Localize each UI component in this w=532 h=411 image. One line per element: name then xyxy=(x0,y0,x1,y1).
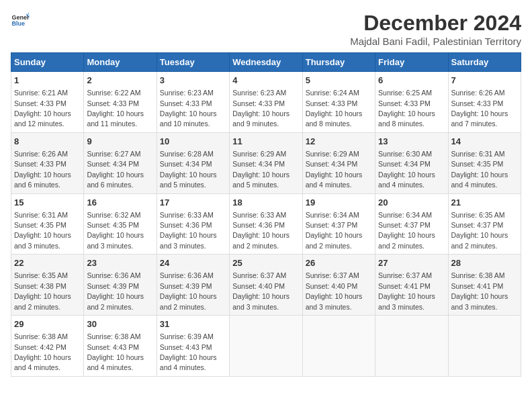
day-number: 18 xyxy=(232,197,299,209)
day-info: Sunrise: 6:35 AMSunset: 4:37 PMDaylight:… xyxy=(451,211,508,250)
calendar-week: 8Sunrise: 6:26 AMSunset: 4:33 PMDaylight… xyxy=(11,132,521,193)
day-info: Sunrise: 6:24 AMSunset: 4:33 PMDaylight:… xyxy=(306,89,363,128)
day-info: Sunrise: 6:34 AMSunset: 4:37 PMDaylight:… xyxy=(378,211,435,250)
calendar-cell: 21Sunrise: 6:35 AMSunset: 4:37 PMDayligh… xyxy=(448,193,521,255)
day-header: Thursday xyxy=(302,53,375,72)
calendar-cell: 31Sunrise: 6:39 AMSunset: 4:43 PMDayligh… xyxy=(157,316,229,377)
svg-text:Blue: Blue xyxy=(11,20,25,27)
calendar-cell: 20Sunrise: 6:34 AMSunset: 4:37 PMDayligh… xyxy=(375,193,448,255)
calendar-cell: 28Sunrise: 6:38 AMSunset: 4:41 PMDayligh… xyxy=(448,255,521,316)
day-number: 1 xyxy=(14,75,81,87)
logo-icon: General Blue xyxy=(11,11,30,30)
header: General Blue December 2024 Majdal Bani F… xyxy=(11,11,521,47)
day-number: 2 xyxy=(87,75,153,87)
day-number: 21 xyxy=(451,197,518,209)
day-info: Sunrise: 6:30 AMSunset: 4:34 PMDaylight:… xyxy=(378,150,435,189)
calendar-body: 1Sunrise: 6:21 AMSunset: 4:33 PMDaylight… xyxy=(11,72,521,377)
day-number: 31 xyxy=(160,318,226,330)
calendar-cell: 5Sunrise: 6:24 AMSunset: 4:33 PMDaylight… xyxy=(302,72,375,133)
calendar-cell: 9Sunrise: 6:27 AMSunset: 4:34 PMDaylight… xyxy=(84,132,157,193)
calendar-week: 22Sunrise: 6:35 AMSunset: 4:38 PMDayligh… xyxy=(11,255,521,316)
day-number: 6 xyxy=(378,75,445,87)
calendar-cell: 30Sunrise: 6:38 AMSunset: 4:43 PMDayligh… xyxy=(84,316,157,377)
calendar-cell: 15Sunrise: 6:31 AMSunset: 4:35 PMDayligh… xyxy=(11,193,84,255)
day-number: 4 xyxy=(232,75,299,87)
calendar-cell xyxy=(448,316,521,377)
calendar-cell: 12Sunrise: 6:29 AMSunset: 4:34 PMDayligh… xyxy=(302,132,375,193)
day-number: 14 xyxy=(451,136,518,148)
day-info: Sunrise: 6:37 AMSunset: 4:40 PMDaylight:… xyxy=(232,271,290,310)
calendar-cell: 18Sunrise: 6:33 AMSunset: 4:36 PMDayligh… xyxy=(230,193,302,255)
calendar-cell: 4Sunrise: 6:23 AMSunset: 4:33 PMDaylight… xyxy=(230,72,302,133)
calendar-table: SundayMondayTuesdayWednesdayThursdayFrid… xyxy=(11,52,521,377)
day-number: 20 xyxy=(378,197,445,209)
calendar-cell: 10Sunrise: 6:28 AMSunset: 4:34 PMDayligh… xyxy=(157,132,229,193)
day-info: Sunrise: 6:22 AMSunset: 4:33 PMDaylight:… xyxy=(87,89,144,128)
calendar-cell: 3Sunrise: 6:23 AMSunset: 4:33 PMDaylight… xyxy=(157,72,229,133)
day-number: 22 xyxy=(14,257,81,269)
calendar-cell: 29Sunrise: 6:38 AMSunset: 4:42 PMDayligh… xyxy=(11,316,84,377)
calendar-cell: 24Sunrise: 6:36 AMSunset: 4:39 PMDayligh… xyxy=(157,255,229,316)
calendar-cell: 27Sunrise: 6:37 AMSunset: 4:41 PMDayligh… xyxy=(375,255,448,316)
day-number: 17 xyxy=(160,197,226,209)
calendar-cell: 6Sunrise: 6:25 AMSunset: 4:33 PMDaylight… xyxy=(375,72,448,133)
header-row: SundayMondayTuesdayWednesdayThursdayFrid… xyxy=(11,53,521,72)
day-number: 15 xyxy=(14,197,81,209)
calendar-cell: 7Sunrise: 6:26 AMSunset: 4:33 PMDaylight… xyxy=(448,72,521,133)
day-info: Sunrise: 6:33 AMSunset: 4:36 PMDaylight:… xyxy=(232,211,290,250)
day-info: Sunrise: 6:35 AMSunset: 4:38 PMDaylight:… xyxy=(14,271,71,310)
logo: General Blue xyxy=(11,11,30,30)
day-number: 25 xyxy=(232,257,299,269)
calendar-cell xyxy=(230,316,302,377)
day-info: Sunrise: 6:28 AMSunset: 4:34 PMDaylight:… xyxy=(160,150,217,189)
calendar-cell: 16Sunrise: 6:32 AMSunset: 4:35 PMDayligh… xyxy=(84,193,157,255)
calendar-cell: 23Sunrise: 6:36 AMSunset: 4:39 PMDayligh… xyxy=(84,255,157,316)
day-number: 11 xyxy=(232,136,299,148)
day-number: 9 xyxy=(87,136,153,148)
day-info: Sunrise: 6:26 AMSunset: 4:33 PMDaylight:… xyxy=(451,89,508,128)
day-number: 10 xyxy=(160,136,226,148)
day-info: Sunrise: 6:39 AMSunset: 4:43 PMDaylight:… xyxy=(160,332,217,371)
day-info: Sunrise: 6:38 AMSunset: 4:41 PMDaylight:… xyxy=(451,271,508,310)
day-info: Sunrise: 6:32 AMSunset: 4:35 PMDaylight:… xyxy=(87,211,144,250)
calendar-cell: 8Sunrise: 6:26 AMSunset: 4:33 PMDaylight… xyxy=(11,132,84,193)
day-info: Sunrise: 6:38 AMSunset: 4:42 PMDaylight:… xyxy=(14,332,71,371)
day-info: Sunrise: 6:27 AMSunset: 4:34 PMDaylight:… xyxy=(87,150,144,189)
day-number: 16 xyxy=(87,197,153,209)
day-header: Saturday xyxy=(448,53,521,72)
calendar-cell xyxy=(375,316,448,377)
calendar-cell: 17Sunrise: 6:33 AMSunset: 4:36 PMDayligh… xyxy=(157,193,229,255)
day-info: Sunrise: 6:37 AMSunset: 4:40 PMDaylight:… xyxy=(306,271,363,310)
calendar-cell: 13Sunrise: 6:30 AMSunset: 4:34 PMDayligh… xyxy=(375,132,448,193)
day-info: Sunrise: 6:38 AMSunset: 4:43 PMDaylight:… xyxy=(87,332,144,371)
day-number: 28 xyxy=(451,257,518,269)
main-title: December 2024 xyxy=(350,11,521,36)
calendar-week: 15Sunrise: 6:31 AMSunset: 4:35 PMDayligh… xyxy=(11,193,521,255)
calendar-cell: 1Sunrise: 6:21 AMSunset: 4:33 PMDaylight… xyxy=(11,72,84,133)
calendar-week: 1Sunrise: 6:21 AMSunset: 4:33 PMDaylight… xyxy=(11,72,521,133)
day-number: 7 xyxy=(451,75,518,87)
title-area: December 2024 Majdal Bani Fadil, Palesti… xyxy=(350,11,521,47)
day-header: Friday xyxy=(375,53,448,72)
day-info: Sunrise: 6:33 AMSunset: 4:36 PMDaylight:… xyxy=(160,211,217,250)
day-info: Sunrise: 6:23 AMSunset: 4:33 PMDaylight:… xyxy=(232,89,290,128)
day-number: 3 xyxy=(160,75,226,87)
day-header: Tuesday xyxy=(157,53,229,72)
calendar-cell xyxy=(302,316,375,377)
day-info: Sunrise: 6:37 AMSunset: 4:41 PMDaylight:… xyxy=(378,271,435,310)
day-number: 13 xyxy=(378,136,445,148)
day-number: 19 xyxy=(306,197,372,209)
day-number: 24 xyxy=(160,257,226,269)
day-header: Sunday xyxy=(11,53,84,72)
calendar-cell: 14Sunrise: 6:31 AMSunset: 4:35 PMDayligh… xyxy=(448,132,521,193)
calendar-cell: 11Sunrise: 6:29 AMSunset: 4:34 PMDayligh… xyxy=(230,132,302,193)
day-header: Monday xyxy=(84,53,157,72)
day-info: Sunrise: 6:29 AMSunset: 4:34 PMDaylight:… xyxy=(306,150,363,189)
calendar-cell: 22Sunrise: 6:35 AMSunset: 4:38 PMDayligh… xyxy=(11,255,84,316)
day-number: 29 xyxy=(14,318,81,330)
day-info: Sunrise: 6:25 AMSunset: 4:33 PMDaylight:… xyxy=(378,89,435,128)
day-header: Wednesday xyxy=(230,53,302,72)
day-info: Sunrise: 6:31 AMSunset: 4:35 PMDaylight:… xyxy=(14,211,71,250)
day-info: Sunrise: 6:34 AMSunset: 4:37 PMDaylight:… xyxy=(306,211,363,250)
calendar-cell: 26Sunrise: 6:37 AMSunset: 4:40 PMDayligh… xyxy=(302,255,375,316)
